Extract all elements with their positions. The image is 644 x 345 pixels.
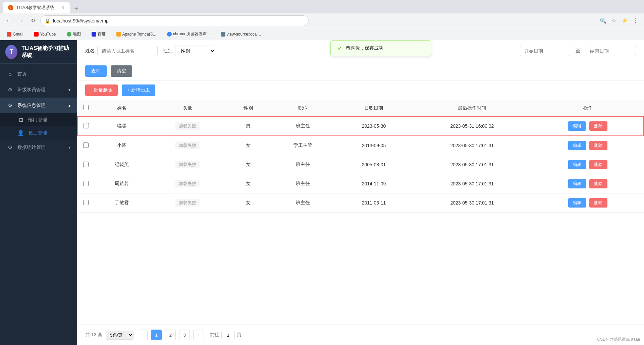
bookmark-tomcat[interactable]: Apache Tomcat®... [114, 31, 159, 38]
row-last-op: 2023-05-30 17:01:31 [412, 155, 532, 174]
row-checkbox[interactable] [83, 181, 89, 186]
next-page-btn[interactable]: › [193, 330, 204, 340]
row-join-date: 2023-05-30 [335, 116, 412, 136]
new-tab-btn[interactable]: + [71, 3, 81, 13]
sidebar-item-data-stats[interactable]: ⚙ 数据统计管理 ▾ [0, 139, 77, 155]
row-join-date: 2011-03-11 [335, 193, 412, 213]
page-btn-2[interactable]: 2 [165, 330, 176, 340]
row-actions: 编辑 删除 [532, 193, 644, 213]
query-button[interactable]: 查询 [85, 65, 107, 77]
view-source-icon [221, 32, 225, 37]
header-avatar: 头像 [149, 100, 226, 116]
tab-close-btn[interactable]: × [61, 5, 64, 11]
address-bar[interactable]: 🔒 localhost:90/#/system/emp [40, 15, 309, 26]
class-arrow-icon: ▾ [68, 88, 70, 92]
delete-button[interactable]: 删除 [589, 141, 607, 150]
date-range-field: 至 [520, 46, 636, 56]
bookmark-tomcat-label: Apache Tomcat®... [122, 32, 156, 37]
row-checkbox[interactable] [84, 123, 89, 128]
sidebar-stats-label: 数据统计管理 [17, 145, 46, 151]
page-btn-3[interactable]: 3 [179, 330, 190, 340]
edit-button[interactable]: 编辑 [568, 121, 586, 131]
bookmark-btn[interactable]: ☆ [609, 16, 619, 25]
active-tab[interactable]: T TLIAS教学管理系统 × [3, 2, 70, 13]
add-employee-button[interactable]: + 新增员工 [122, 84, 155, 96]
toast-message: 恭喜你，保存成功 [346, 45, 383, 51]
row-actions: 编辑 删除 [532, 136, 644, 155]
row-checkbox[interactable] [83, 200, 89, 205]
row-name: 周芷若 [94, 174, 149, 193]
delete-button[interactable]: 删除 [589, 121, 607, 131]
name-input[interactable] [97, 46, 158, 56]
row-name: 纪晓芙 [94, 155, 149, 174]
table-row: 小昭 加载失败 女 学工主管 2013-09-05 2023-05-30 17:… [77, 136, 644, 155]
header-join-date: 日职日期 [335, 100, 412, 116]
bookmark-youtube[interactable]: YouTube [31, 31, 58, 38]
employee-table-container: 姓名 头像 性别 职位 日职日期 最后操作时间 操作 嘿嘿 加载失败 [77, 100, 644, 325]
start-date-input[interactable] [520, 46, 570, 56]
header-last-op: 最后操作时间 [412, 100, 532, 116]
sidebar-item-department[interactable]: ⊞ 部门管理 [0, 113, 77, 126]
row-gender: 男 [226, 116, 270, 136]
sidebar-system-label: 系统信息管理 [17, 103, 46, 109]
employee-table: 姓名 头像 性别 职位 日职日期 最后操作时间 操作 嘿嘿 加载失败 [77, 100, 644, 213]
name-label: 姓名 [85, 48, 95, 54]
jump-suffix: 页 [237, 332, 241, 338]
back-btn[interactable]: ← [4, 16, 13, 25]
edit-button[interactable]: 编辑 [568, 141, 586, 150]
jump-prefix: 前往 [210, 332, 219, 338]
end-date-input[interactable] [586, 46, 636, 56]
bookmark-maps[interactable]: 地图 [64, 30, 84, 38]
sidebar-item-home[interactable]: ⌂ 首页 [0, 66, 77, 82]
gender-label: 性别 [163, 48, 172, 54]
row-last-op: 2023-05-31 16:00:02 [412, 116, 532, 136]
row-checkbox[interactable] [83, 162, 89, 167]
page-jump-input[interactable] [221, 331, 235, 339]
sidebar-item-employee[interactable]: 👤 员工管理 [0, 126, 77, 139]
bookmark-baidu[interactable]: 百度 [89, 30, 108, 38]
delete-button[interactable]: 删除 [589, 179, 607, 188]
row-join-date: 2013-09-05 [335, 136, 412, 155]
main-content: 姓名 性别 性别 男 女 ✓ 恭喜你，保存成功 [77, 40, 644, 345]
sidebar-item-class-management[interactable]: ⚙ 班级学员管理 ▾ [0, 82, 77, 98]
bookmark-view-source[interactable]: view-source:local... [218, 31, 264, 38]
header-name: 姓名 [94, 100, 149, 116]
bookmark-chrome-label: chrome浏览器没声... [173, 31, 210, 37]
search-icon-btn[interactable]: 🔍 [598, 16, 608, 25]
row-gender: 女 [226, 136, 270, 155]
batch-delete-button[interactable]: - 批量删除 [85, 84, 118, 96]
bookmark-view-source-label: view-source:local... [227, 32, 261, 37]
clear-button[interactable]: 清空 [111, 65, 132, 77]
bookmarks-bar: Gmail YouTube 地图 百度 Apache Tomcat®... ch… [0, 28, 644, 40]
menu-btn[interactable]: ⋮ [631, 16, 640, 25]
table-row: 纪晓芙 加载失败 女 班主任 2005-08-01 2023-05-30 17:… [77, 155, 644, 174]
row-name: 嘿嘿 [94, 116, 149, 136]
row-gender: 女 [226, 174, 270, 193]
delete-button[interactable]: 删除 [589, 198, 607, 208]
maps-icon [67, 32, 71, 37]
row-avatar: 加载失败 [149, 116, 226, 136]
extensions-btn[interactable]: ⚡ [620, 16, 629, 25]
edit-button[interactable]: 编辑 [568, 198, 586, 208]
page-jump: 前往 页 [210, 331, 241, 339]
youtube-icon [34, 32, 39, 37]
bookmark-chrome-settings[interactable]: chrome浏览器没声... [164, 30, 213, 38]
gender-select[interactable]: 性别 男 女 [175, 46, 215, 56]
edit-button[interactable]: 编辑 [568, 179, 586, 188]
forward-btn[interactable]: → [16, 16, 25, 25]
lock-icon: 🔒 [45, 18, 50, 23]
sidebar-item-system-management[interactable]: ⚙ 系统信息管理 ▴ [0, 98, 77, 113]
header-actions: 操作 [532, 100, 644, 116]
refresh-btn[interactable]: ↻ [28, 16, 38, 25]
delete-button[interactable]: 删除 [589, 160, 607, 169]
prev-page-btn[interactable]: ‹ [137, 330, 148, 340]
home-icon: ⌂ [7, 71, 13, 77]
logo-icon: T [5, 45, 17, 59]
page-size-select[interactable]: 5条/页 10条/页 20条/页 [106, 331, 133, 340]
bookmark-gmail[interactable]: Gmail [4, 31, 26, 38]
edit-button[interactable]: 编辑 [568, 160, 586, 169]
row-checkbox[interactable] [83, 142, 89, 148]
page-btn-1[interactable]: 1 [151, 330, 162, 340]
system-arrow-icon: ▴ [68, 103, 70, 108]
select-all-checkbox[interactable] [83, 105, 89, 110]
